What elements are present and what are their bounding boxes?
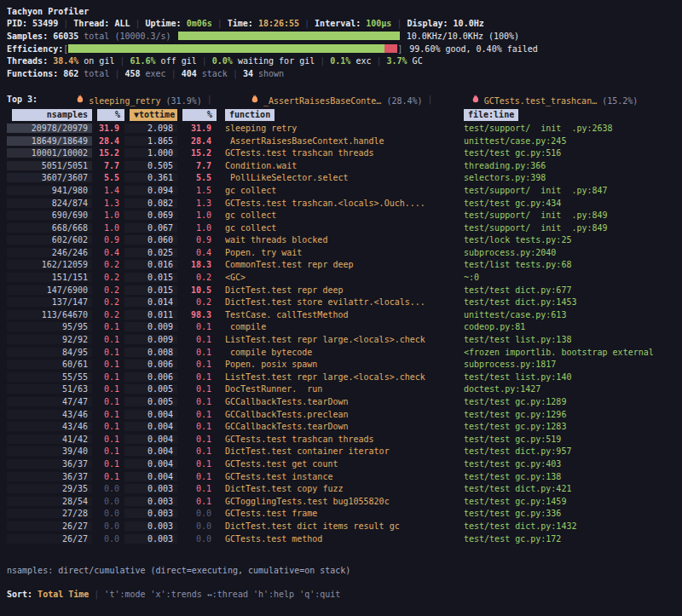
table-row[interactable]: 5051/50517.70.5057.7Condition.waitthread… bbox=[7, 159, 675, 172]
table-row[interactable]: 55/550.10.0060.1ListTest.test_repr_large… bbox=[7, 371, 675, 383]
header-pct-cumulative[interactable]: % bbox=[177, 109, 217, 121]
cell-pct-cumulative: 0.0 bbox=[177, 509, 217, 518]
cell-pct-cumulative: 15.2 bbox=[177, 148, 217, 158]
cell-nsamples: 246/246 bbox=[7, 248, 92, 257]
cell-file-line: test/test_list.py:138 bbox=[464, 335, 675, 344]
samples-row: Samples: 66035 total (10000.3/s) 10.0KHz… bbox=[7, 30, 675, 43]
header-tottime-label: ▼tottime bbox=[130, 109, 177, 121]
table-row[interactable]: 162/120590.20.01618.3CommonTest.test_rep… bbox=[7, 259, 675, 272]
cell-pct-direct: 31.9 bbox=[92, 124, 124, 133]
table-row[interactable]: 151/1510.20.0150.2<GC>~:0 bbox=[7, 271, 675, 284]
cell-file-line: selectors.py:398 bbox=[464, 173, 675, 182]
cell-nsamples: 60/61 bbox=[7, 360, 92, 369]
status-bar: PID:53499 | Thread:ALL | Uptime:0m06s | … bbox=[7, 18, 675, 31]
table-row[interactable]: 18649/1864928.41.86528.4_AssertRaisesBas… bbox=[7, 135, 675, 147]
cell-pct-direct: 0.4 bbox=[92, 248, 124, 257]
cell-pct-direct: 0.2 bbox=[92, 297, 124, 307]
cell-pct-direct: 0.1 bbox=[92, 372, 124, 382]
table-row[interactable]: 28/540.00.0030.1GCTogglingTests.test_bug… bbox=[7, 495, 675, 508]
table-row[interactable]: 941/9801.40.0941.5gc_collecttest/support… bbox=[7, 184, 675, 197]
table-row[interactable]: 47/470.10.0050.1GCCallbackTests.tearDown… bbox=[7, 395, 675, 408]
cell-pct-cumulative: 0.0 bbox=[177, 534, 217, 544]
cell-function: GCTogglingTests.test_bug1055820c bbox=[217, 497, 464, 506]
table-row[interactable]: 137/1470.20.0140.2DictTest.test_store_ev… bbox=[7, 296, 675, 308]
table-row[interactable]: 43/460.10.0040.1GCCallbackTests.tearDown… bbox=[7, 420, 675, 433]
table-row[interactable]: 92/920.10.0090.1ListTest.test_repr_large… bbox=[7, 333, 675, 346]
table-row[interactable]: 41/420.10.0040.1GCTests.test_trashcan_th… bbox=[7, 433, 675, 446]
cell-function: gc_collect bbox=[217, 223, 464, 233]
cell-function: GCTests.test_method bbox=[217, 534, 464, 544]
cell-tottime: 0.003 bbox=[124, 509, 177, 518]
cell-pct-direct: 0.0 bbox=[92, 484, 124, 493]
cell-pct-direct: 0.1 bbox=[92, 422, 124, 431]
table-row[interactable]: 602/6020.90.0600.9wait_threads_blockedte… bbox=[7, 234, 675, 247]
samples-total: 66035 bbox=[53, 32, 78, 41]
separator: | bbox=[304, 19, 309, 28]
cell-file-line: test/support/__init__.py:849 bbox=[464, 210, 675, 220]
separator: | bbox=[135, 19, 140, 28]
fire-icon bbox=[75, 94, 85, 104]
header-tottime-sort[interactable]: ▼tottime bbox=[124, 109, 177, 121]
cell-pct-cumulative: 0.1 bbox=[177, 397, 217, 406]
table-row[interactable]: 26/270.00.0030.0DictTest.test_dict_items… bbox=[7, 520, 675, 533]
header-function[interactable]: function bbox=[217, 109, 464, 121]
pid-label: PID: bbox=[7, 19, 27, 28]
table-row[interactable]: 690/6901.00.0691.0gc_collecttest/support… bbox=[7, 209, 675, 222]
cell-file-line: threading.py:366 bbox=[464, 161, 675, 170]
table-row[interactable]: 668/6681.00.0671.0gc_collecttest/support… bbox=[7, 222, 675, 234]
header-pct-direct[interactable]: % bbox=[92, 109, 124, 121]
threads-gc-pct: 3.7% bbox=[386, 56, 407, 66]
cell-tottime: 0.060 bbox=[124, 235, 177, 245]
table-row[interactable]: 43/460.10.0040.1GCCallbackTests.preclean… bbox=[7, 408, 675, 421]
table-row[interactable]: 36/370.10.0040.1GCTests.test_get_countte… bbox=[7, 458, 675, 470]
cell-pct-direct: 0.9 bbox=[92, 235, 124, 245]
cell-function: DictTest.test_container_iterator bbox=[217, 446, 464, 456]
cell-pct-direct: 0.0 bbox=[92, 497, 124, 506]
footer-help-line: nsamples: direct/cumulative (direct=exec… bbox=[7, 564, 675, 577]
cell-nsamples: 55/55 bbox=[7, 372, 92, 382]
table-row[interactable]: 29/350.00.0030.1DictTest.test_copy_fuzzt… bbox=[7, 482, 675, 495]
header-nsamples[interactable]: nsamples bbox=[7, 109, 92, 121]
cell-pct-cumulative: 0.1 bbox=[177, 435, 217, 444]
table-row[interactable]: 3607/36075.50.3615.5_PollLikeSelector.se… bbox=[7, 172, 675, 185]
samples-rate-right: 10.0KHz/10.0KHz (100%) bbox=[407, 32, 519, 41]
table-row[interactable]: 39/400.10.0040.1DictTest.test_container_… bbox=[7, 446, 675, 458]
cell-pct-direct: 0.1 bbox=[92, 435, 124, 444]
threads-on-gil-pct: 38.4% bbox=[53, 56, 78, 66]
cell-nsamples: 84/95 bbox=[7, 348, 92, 357]
table-row[interactable]: 95/950.10.0090.1_compilecodeop.py:81 bbox=[7, 321, 675, 334]
table-row[interactable]: 27/280.00.0030.0GCTests.test_frametest/t… bbox=[7, 508, 675, 521]
table-row[interactable]: 60/610.10.0060.1Popen._posix_spawnsubpro… bbox=[7, 358, 675, 371]
table-row[interactable]: 84/950.10.0080.1_compile_bytecode<frozen… bbox=[7, 346, 675, 359]
table-row[interactable]: 113/646700.20.01198.3TestCase._callTestM… bbox=[7, 308, 675, 321]
table-row[interactable]: 147/69000.20.01510.5DictTest.test_repr_d… bbox=[7, 284, 675, 296]
cell-tottime: 0.014 bbox=[124, 297, 177, 307]
cell-pct-direct: 0.1 bbox=[92, 335, 124, 344]
cell-function: ListTest.test_repr_large.<locals>.check bbox=[217, 335, 464, 344]
cell-function: gc_collect bbox=[217, 210, 464, 220]
separator: | bbox=[376, 56, 381, 66]
cell-file-line: test/test_gc.py:1296 bbox=[464, 410, 675, 419]
cell-pct-cumulative: 0.2 bbox=[177, 297, 217, 307]
cell-file-line: doctest.py:1427 bbox=[464, 384, 675, 394]
table-row[interactable]: 36/370.10.0040.1GCTests.test_instancetes… bbox=[7, 470, 675, 483]
cell-tottime: 2.098 bbox=[124, 124, 177, 133]
separator: | bbox=[320, 56, 325, 66]
cell-nsamples: 26/27 bbox=[7, 534, 92, 544]
table-row[interactable]: 51/630.10.0050.1DocTestRunner.__rundocte… bbox=[7, 383, 675, 396]
cell-pct-cumulative: 98.3 bbox=[177, 310, 217, 320]
header-pct-cumulative-label: % bbox=[182, 109, 217, 121]
cell-nsamples: 137/147 bbox=[7, 297, 92, 307]
display-value: 10.0Hz bbox=[454, 19, 484, 28]
header-file-line[interactable]: file:line bbox=[464, 109, 675, 121]
table-row[interactable]: 824/8741.30.0821.3GCTests.test_trashcan.… bbox=[7, 197, 675, 210]
table-row[interactable]: 10001/1000215.21.00015.2GCTests.test_tra… bbox=[7, 147, 675, 159]
table-row[interactable]: 26/270.00.0030.0GCTests.test_methodtest/… bbox=[7, 533, 675, 545]
cell-tottime: 0.003 bbox=[124, 534, 177, 544]
cell-pct-direct: 0.1 bbox=[92, 410, 124, 419]
footer-sort-line: Sort:Total Time | 't':mode 'x':trends ↔:… bbox=[7, 588, 675, 601]
threads-exc-pct: 0.1% bbox=[330, 56, 350, 66]
table-row[interactable]: 246/2460.40.0250.4Popen._try_waitsubproc… bbox=[7, 246, 675, 259]
cell-file-line: test/test_gc.py:403 bbox=[464, 459, 675, 469]
table-row[interactable]: 20978/2097931.92.09831.9sleeping_retryte… bbox=[7, 122, 675, 135]
